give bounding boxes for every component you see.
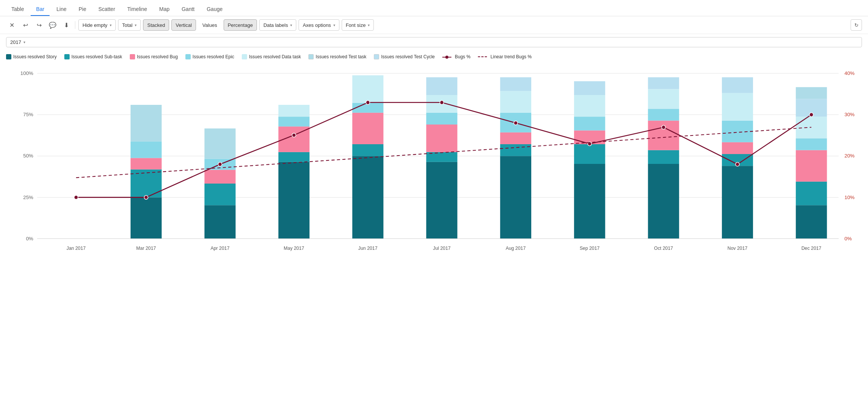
chart-legend: Issues resolved Story Issues resolved Su… bbox=[6, 54, 862, 59]
vertical-toggle[interactable]: Vertical bbox=[171, 19, 196, 31]
bar-chart-svg: 100% 75% 50% 25% 0% 40% 30% 20% 10% 0% bbox=[6, 65, 862, 262]
svg-text:10%: 10% bbox=[845, 194, 855, 200]
chevron-down-icon: ▾ bbox=[290, 23, 292, 27]
legend-label-bug: Issues resolved Bug bbox=[137, 54, 178, 59]
tab-bar[interactable]: Bar bbox=[31, 3, 50, 16]
total-label: Total bbox=[122, 22, 132, 28]
year-dropdown[interactable]: 2017 ▾ bbox=[6, 37, 862, 47]
total-dropdown[interactable]: Total ▾ bbox=[118, 19, 141, 31]
dot-nov bbox=[736, 162, 739, 166]
legend-datatask: Issues resolved Data task bbox=[242, 54, 301, 59]
chart-toolbar: ✕ ↩ ↪ 💬 ⬇ Hide empty ▾ Total ▾ Stacked V… bbox=[0, 16, 868, 34]
legend-label-testtask: Issues resolved Test task bbox=[316, 54, 366, 59]
values-btn[interactable]: Values bbox=[198, 19, 221, 31]
svg-text:Apr 2017: Apr 2017 bbox=[210, 246, 229, 251]
legend-color-subtask bbox=[64, 54, 70, 59]
chevron-down-icon: ▾ bbox=[368, 23, 370, 27]
chevron-down-icon: ▾ bbox=[135, 23, 137, 27]
bar-jul-bug bbox=[426, 125, 457, 152]
svg-text:Oct 2017: Oct 2017 bbox=[654, 246, 673, 251]
bar-sep-epic bbox=[574, 117, 605, 130]
bar-dec-epic bbox=[796, 138, 827, 150]
bar-apr-story bbox=[204, 205, 235, 238]
svg-text:0%: 0% bbox=[26, 236, 33, 241]
stacked-toggle[interactable]: Stacked bbox=[143, 19, 169, 31]
hide-empty-dropdown[interactable]: Hide empty ▾ bbox=[78, 19, 116, 31]
legend-color-bug bbox=[130, 54, 135, 59]
tab-pie[interactable]: Pie bbox=[73, 3, 92, 16]
bar-nov-testtask bbox=[722, 77, 753, 93]
tab-line[interactable]: Line bbox=[51, 3, 72, 16]
tab-map[interactable]: Map bbox=[154, 3, 175, 16]
bar-aug-story bbox=[500, 156, 531, 238]
data-labels-dropdown[interactable]: Data labels ▾ bbox=[259, 19, 296, 31]
axes-options-dropdown[interactable]: Axes options ▾ bbox=[299, 19, 339, 31]
legend-bug: Issues resolved Bug bbox=[130, 54, 178, 59]
year-label: 2017 bbox=[10, 39, 21, 45]
svg-text:Mar 2017: Mar 2017 bbox=[136, 246, 156, 251]
bar-oct-datatask bbox=[648, 89, 679, 109]
bar-may-subtask bbox=[278, 152, 310, 162]
tab-timeline[interactable]: Timeline bbox=[122, 3, 152, 16]
legend-label-story: Issues resolved Story bbox=[13, 54, 57, 59]
tab-gantt[interactable]: Gantt bbox=[176, 3, 200, 16]
bar-aug-testtask bbox=[500, 77, 531, 91]
legend-color-testtask bbox=[308, 54, 314, 59]
legend-testcycle: Issues resolved Test Cycle bbox=[374, 54, 435, 59]
download-button[interactable]: ⬇ bbox=[61, 19, 72, 31]
svg-text:25%: 25% bbox=[23, 194, 33, 200]
dot-mar bbox=[144, 195, 148, 199]
redo-button[interactable]: ↪ bbox=[33, 19, 45, 31]
svg-text:75%: 75% bbox=[23, 112, 33, 117]
bar-mar-story bbox=[131, 197, 162, 238]
tab-scatter[interactable]: Scatter bbox=[93, 3, 120, 16]
undo-button[interactable]: ↩ bbox=[20, 19, 31, 31]
bar-oct-epic bbox=[648, 109, 679, 120]
bar-jun-datatask bbox=[352, 75, 383, 103]
percentage-label: Percentage bbox=[228, 22, 253, 28]
dot-jun bbox=[366, 101, 370, 104]
bar-sep-story bbox=[574, 164, 605, 239]
data-labels-label: Data labels bbox=[263, 22, 288, 28]
percentage-toggle[interactable]: Percentage bbox=[224, 19, 257, 31]
values-label: Values bbox=[202, 22, 217, 28]
tab-gauge[interactable]: Gauge bbox=[201, 3, 228, 16]
bar-may-story bbox=[278, 162, 310, 239]
bar-jul-story bbox=[426, 162, 457, 239]
dot-jul bbox=[440, 101, 443, 104]
legend-dashed-trend bbox=[478, 56, 487, 57]
bar-mar-subtask bbox=[131, 170, 162, 198]
bar-oct-story bbox=[648, 164, 679, 239]
close-button[interactable]: ✕ bbox=[6, 19, 17, 31]
refresh-button[interactable]: ↻ bbox=[851, 19, 862, 31]
hide-empty-label: Hide empty bbox=[82, 22, 107, 28]
svg-text:Jul 2017: Jul 2017 bbox=[433, 246, 451, 251]
svg-text:30%: 30% bbox=[845, 112, 855, 117]
legend-label-testcycle: Issues resolved Test Cycle bbox=[381, 54, 435, 59]
legend-label-bugs: Bugs % bbox=[455, 54, 470, 59]
svg-text:20%: 20% bbox=[845, 153, 855, 159]
tab-table[interactable]: Table bbox=[6, 3, 29, 16]
chevron-down-icon: ▾ bbox=[110, 23, 112, 27]
bar-jul-epic bbox=[426, 113, 457, 125]
bar-oct-subtask bbox=[648, 150, 679, 164]
bar-mar-testtask bbox=[131, 105, 162, 142]
legend-dot-bugs bbox=[445, 56, 448, 59]
bar-sep-datatask bbox=[574, 95, 605, 117]
comment-button[interactable]: 💬 bbox=[47, 19, 58, 31]
axes-options-label: Axes options bbox=[303, 22, 331, 28]
legend-linear-trend: Linear trend Bugs % bbox=[478, 54, 532, 59]
dot-apr bbox=[218, 162, 222, 166]
svg-text:Dec 2017: Dec 2017 bbox=[801, 246, 821, 251]
legend-subtask: Issues resolved Sub-task bbox=[64, 54, 122, 59]
bar-mar-epic bbox=[131, 142, 162, 158]
dot-oct bbox=[661, 125, 665, 129]
svg-text:40%: 40% bbox=[845, 70, 855, 76]
vertical-label: Vertical bbox=[176, 22, 192, 28]
legend-epic: Issues resolved Epic bbox=[185, 54, 234, 59]
separator bbox=[75, 21, 75, 29]
bar-aug-subtask bbox=[500, 144, 531, 156]
dot-may bbox=[292, 133, 296, 137]
font-size-dropdown[interactable]: Font size ▾ bbox=[342, 19, 374, 31]
bar-jun-bug bbox=[352, 113, 383, 144]
